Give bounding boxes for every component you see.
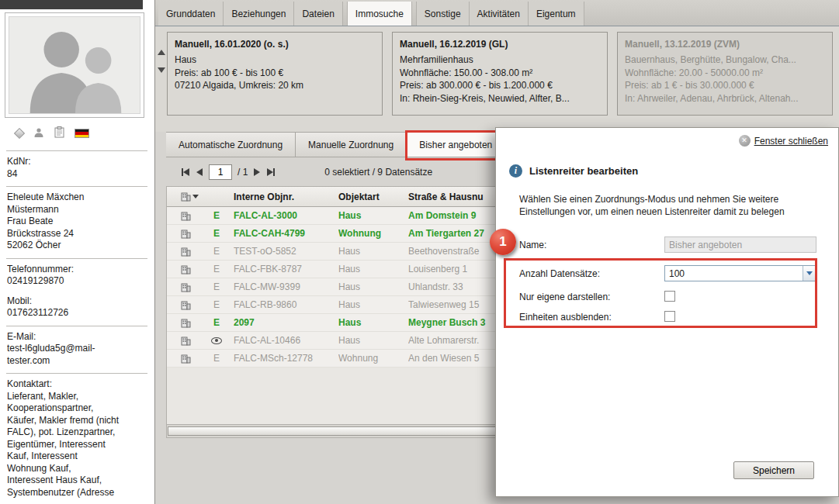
sidebar-top-bar [0,0,143,9]
hide-units-checkbox[interactable] [664,311,675,322]
col-objektart[interactable]: Objektart [338,192,408,202]
notes-icon[interactable] [54,126,64,140]
hide-units-label: Einheiten ausblenden: [519,312,612,323]
building-icon [181,354,191,364]
building-icon [181,247,191,257]
scroll-down-icon[interactable] [158,67,165,73]
email-value: test-l6gluda5g@mail- [7,343,147,355]
subtab-automatische-zuordnung[interactable]: Automatische Zuordnung [166,133,296,157]
contact-type-line: Wohnung Kauf, [7,463,147,475]
couple-silhouette-icon [9,17,140,113]
contact-type-line: Lieferant, Makler, [7,391,147,403]
tab-dateien[interactable]: Dateien [294,2,342,26]
building-icon [181,264,191,274]
profile-line: Bauernhaus, Berghütte, Bungalow, Cha... [625,54,825,67]
address-line: Brückstrasse 24 [7,228,147,240]
contact-type-line: Eigentümer, Interessent [7,439,147,451]
address-section: Eheleute Mäxchen Müstermann Frau Beate B… [6,186,147,258]
record-count-select[interactable]: 100 [664,265,816,281]
owner-badge: E [213,228,220,239]
search-profile-card[interactable]: Manuell, 13.12.2019 (ZVM) Bauernhaus, Be… [617,32,833,116]
tab-grunddaten[interactable]: Grunddaten [158,2,224,26]
address-line: 52062 Öcher [7,240,147,252]
next-page-button[interactable] [253,167,261,178]
mobile-label: Mobil: [7,295,147,308]
owner-badge: E [213,353,220,364]
profile-title: Manuell, 13.12.2019 (ZVM) [625,38,825,50]
address-line: Frau Beate [7,216,147,228]
kdnr-value: 84 [7,168,147,181]
search-profile-card[interactable]: Manuell, 16.12.2019 (GL) Mehrfamilienhau… [392,32,608,116]
main-tabbar: Grunddaten Beziehungen Dateien Immosuche… [155,0,839,26]
contact-photo[interactable] [5,12,144,118]
profile-line: Haus [175,54,375,67]
first-page-button[interactable] [181,167,190,178]
building-icon [181,211,191,221]
dialog-title: Listenreiter bearbeiten [529,165,638,177]
profile-line: Wohnfläche: 150.00 - 308.00 m² [400,67,600,80]
person-icon[interactable] [33,127,44,140]
tab-aktivitaeten[interactable]: Aktivitäten [470,2,529,26]
tab-beziehungen[interactable]: Beziehungen [224,2,294,26]
tab-immosuche[interactable]: Immosuche [347,2,412,26]
column-config[interactable] [181,192,199,202]
email-label: E-Mail: [7,331,147,343]
object-type: Haus [338,317,408,328]
building-icon [181,336,191,346]
search-profile-card[interactable]: Manuell, 16.01.2020 (o. s.) Haus Preis: … [167,32,383,116]
profile-line: 07210 Algaida, Umkreis: 20 km [175,79,375,92]
email-section: E-Mail: test-l6gluda5g@mail- tester.com [6,326,147,374]
subtab-manuelle-zuordnung[interactable]: Manuelle Zuordnung [296,133,407,157]
col-interne-objnr[interactable]: Interne Objnr. [234,192,338,202]
profile-line: In: Rhein-Sieg-Kreis, Neuwied, Alfter, B… [400,92,600,105]
object-number: 2097 [234,317,338,328]
object-type: Haus [338,281,408,292]
object-number: TEST-oO-5852 [234,246,338,257]
tab-sonstige[interactable]: Sonstige [416,2,470,26]
tab-eigentum[interactable]: Eigentum [529,2,584,26]
profile-line: Mehrfamilienhaus [400,54,600,67]
contact-sidebar: KdNr: 84 Eheleute Mäxchen Müstermann Fra… [0,0,155,504]
profile-line: Preis: ab 1 € - bis 30.000.000 € [625,79,825,92]
object-type: Haus [338,299,408,310]
object-number: FALC-RB-9860 [234,299,338,310]
subtab-bisher-angeboten[interactable]: Bisher angeboten [407,133,505,157]
annotation-step-1: 1 [490,229,516,255]
contact-type-line: Kooperationspartner, [7,402,147,415]
info-icon: i [509,164,522,178]
phone-label: Telefonnummer: [7,264,147,276]
close-icon[interactable]: ✕ [739,135,751,147]
address-line: Müstermann [7,204,147,216]
owner-badge: E [213,246,220,257]
own-only-checkbox[interactable] [664,291,675,302]
scroll-up-icon[interactable] [158,50,165,55]
contact-type-line: Kauf, Interessent [7,450,147,463]
mobile-value: 017623112726 [7,307,147,319]
german-flag-icon[interactable] [75,129,89,138]
object-number: FALC-MW-9399 [234,281,338,292]
email-value: tester.com [7,355,147,368]
last-page-button[interactable] [266,167,276,178]
kdnr-section: KdNr: 84 [6,150,147,186]
object-type: Haus [338,246,408,257]
subtab-label: Bisher angeboten [419,140,492,150]
name-label: Name: [519,240,546,250]
owner-badge: E [213,210,220,221]
close-dialog-link[interactable]: ✕ Fenster schließen [739,135,828,147]
profile-title: Manuell, 16.12.2019 (GL) [400,38,600,50]
diamond-icon[interactable] [14,128,25,139]
object-type: Haus [338,335,408,346]
close-label[interactable]: Fenster schließen [754,136,828,147]
contact-type-line: FALC), pot. Lizenzpartner, [7,426,147,439]
object-number: FALC-AL-3000 [234,210,338,221]
prev-page-button[interactable] [196,167,203,178]
save-button[interactable]: Speichern [733,461,814,479]
chevron-down-icon[interactable] [803,266,816,281]
contact-type-line: Käufer, Makler fremd (nicht [7,415,147,427]
page-total: / 1 [237,167,248,178]
contact-type-line: Systembenutzer (Adresse [7,487,147,499]
address-line: Eheleute Mäxchen [7,192,147,204]
page-input[interactable] [209,164,232,180]
object-type: Haus [338,264,408,274]
name-input [664,236,816,253]
